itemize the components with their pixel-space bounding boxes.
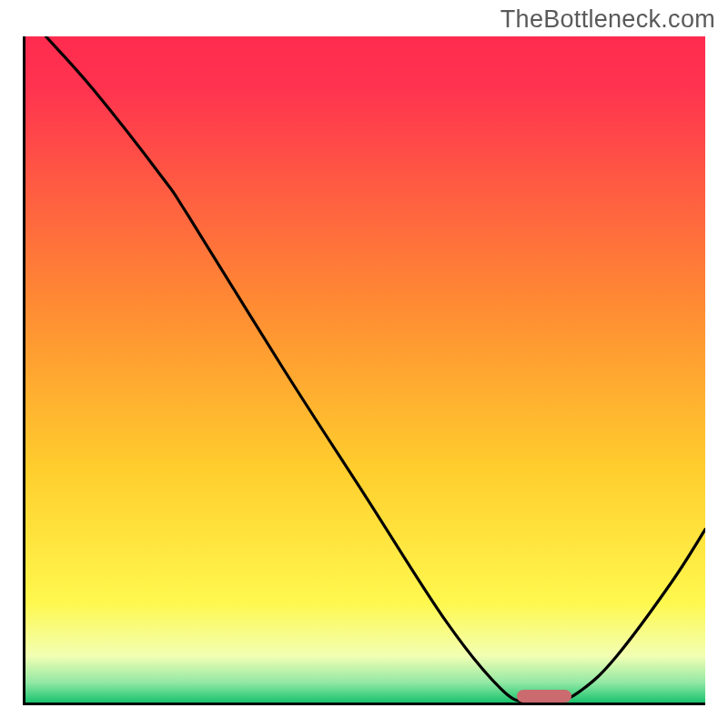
chart-svg [25,36,705,703]
gradient-background [25,36,705,703]
minimum-marker [517,690,571,703]
watermark-text: TheBottleneck.com [500,5,715,34]
chart-plot-area [23,36,705,705]
